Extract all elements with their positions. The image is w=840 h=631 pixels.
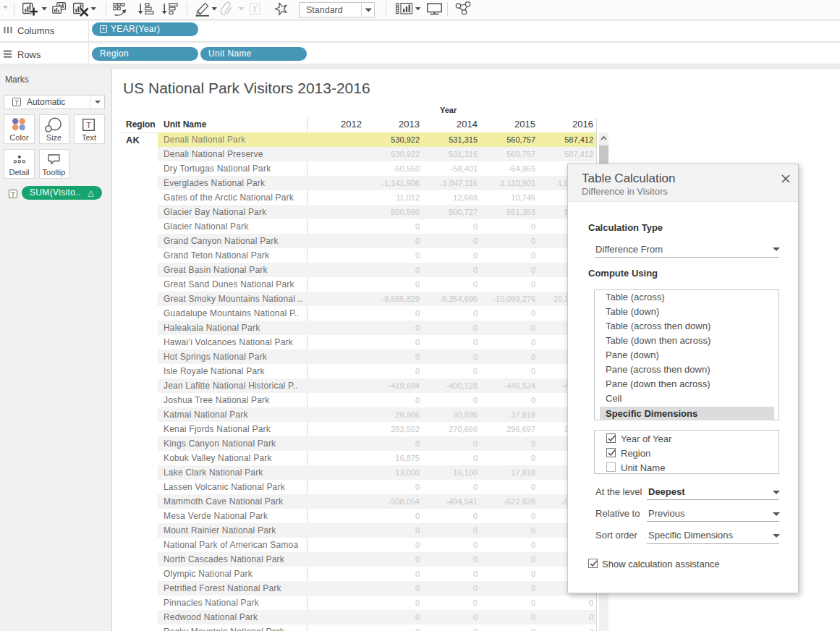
svg-text:T: T xyxy=(253,5,258,14)
svg-text:T: T xyxy=(86,121,91,130)
svg-text:Standard: Standard xyxy=(306,5,343,15)
